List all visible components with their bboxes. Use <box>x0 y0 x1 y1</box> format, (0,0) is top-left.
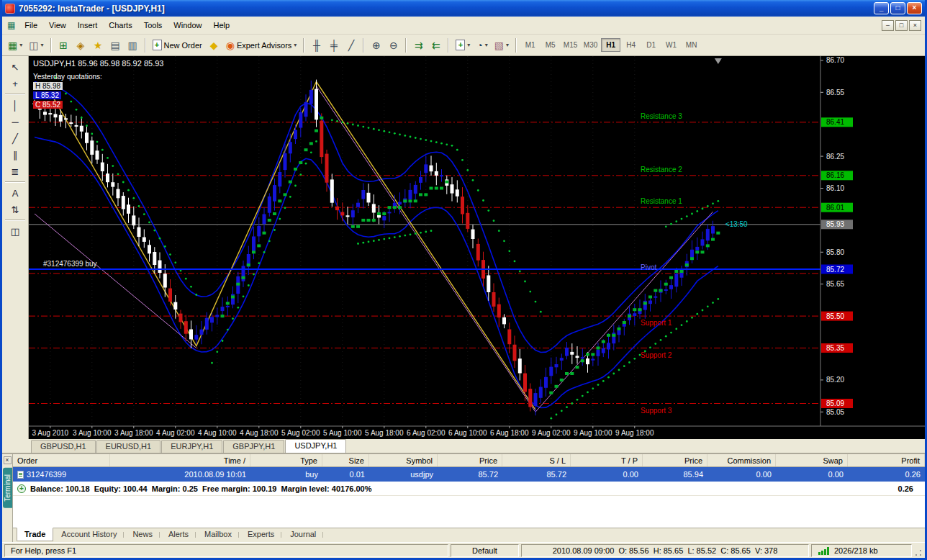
mdi-minimize-button[interactable]: – <box>882 20 894 31</box>
candlestick-button[interactable]: ╪ <box>325 37 342 54</box>
timeframe-h4-button[interactable]: H4 <box>621 38 641 52</box>
profiles-button[interactable]: ◫▾ <box>26 37 46 54</box>
menu-tools[interactable]: Tools <box>138 18 168 32</box>
chart-tab-gbpjpy-h1[interactable]: GBPJPY,H1 <box>223 440 284 453</box>
channel-tool[interactable]: ∥ <box>6 147 24 163</box>
chart-tab-eurjpy-h1[interactable]: EURJPY,H1 <box>161 440 222 453</box>
order-cell-3: 0.01 <box>322 467 369 482</box>
svg-text:Pivot: Pivot <box>641 263 656 271</box>
status-profile[interactable]: Default <box>451 544 519 557</box>
price-chart[interactable]: #312476399 buyResistance 3Resistance 2Re… <box>29 56 925 439</box>
timeframe-m30-button[interactable]: M30 <box>581 38 600 52</box>
column-header-profit[interactable]: Profit <box>848 454 925 466</box>
text-tool[interactable]: A <box>6 185 24 201</box>
column-header-price[interactable]: Price <box>643 454 707 466</box>
svg-text:4 Aug 02:00: 4 Aug 02:00 <box>156 429 195 437</box>
resize-grip[interactable] <box>914 548 923 557</box>
column-header-s-l[interactable]: S / L <box>502 454 571 466</box>
svg-text:Support 1: Support 1 <box>641 319 672 327</box>
menu-window[interactable]: Window <box>168 18 207 32</box>
menu-file[interactable]: File <box>19 18 43 32</box>
order-type-icon <box>17 471 24 479</box>
column-header-symbol[interactable]: Symbol <box>369 454 438 466</box>
svg-text:86.25: 86.25 <box>826 153 844 161</box>
terminal-tab-trade[interactable]: Trade <box>17 528 53 541</box>
mdi-close-button[interactable]: × <box>909 20 921 31</box>
terminal-tab-news[interactable]: News <box>125 528 160 541</box>
cursor-tool[interactable]: ↖ <box>6 59 24 75</box>
metaeditor-button[interactable]: ◆ <box>206 37 222 54</box>
menu-help[interactable]: Help <box>207 18 235 32</box>
templates-button[interactable]: ▧▾ <box>492 37 512 54</box>
svg-text:<13:50: <13:50 <box>725 220 748 228</box>
minimize-button[interactable]: _ <box>874 2 889 14</box>
data-window-button[interactable]: ▤ <box>107 37 124 54</box>
svg-text:Resistance 1: Resistance 1 <box>641 197 682 205</box>
periods-button[interactable]: ◔▾ <box>474 37 490 54</box>
mdi-restore-button[interactable]: □ <box>895 20 908 31</box>
column-header-order[interactable]: Order <box>13 454 110 466</box>
new-order-button[interactable]: +New Order <box>150 37 205 54</box>
terminal-empty-area <box>13 496 925 528</box>
order-cell-7: 0.00 <box>571 467 643 482</box>
timeframe-mn-button[interactable]: MN <box>682 38 701 52</box>
open-order-row[interactable]: 3124763992010.08.09 10:01buy0.01usdjpy85… <box>13 467 925 482</box>
maximize-button[interactable]: □ <box>890 2 905 14</box>
chart-tab-gbpusd-h1[interactable]: GBPUSD,H1 <box>31 440 96 453</box>
indicators-button[interactable]: +▾ <box>453 37 473 54</box>
terminal-tab-alerts[interactable]: Alerts <box>160 528 196 541</box>
chart-tab-usdjpy-h1[interactable]: USDJPY,H1 <box>285 439 346 453</box>
drawing-toolbar: ↖+│─╱∥≣A⇅◫ <box>2 56 29 439</box>
menu-insert[interactable]: Insert <box>72 18 104 32</box>
expert-advisors-button[interactable]: ◉Expert Advisors▾ <box>223 37 300 54</box>
new-chart-button[interactable]: ▦▾ <box>5 37 25 54</box>
svg-text:85.50: 85.50 <box>826 312 844 320</box>
column-header-price[interactable]: Price <box>438 454 502 466</box>
cycle-lines-tool[interactable]: ◫ <box>6 223 24 239</box>
column-header-swap[interactable]: Swap <box>776 454 848 466</box>
terminal-tab-experts[interactable]: Experts <box>240 528 282 541</box>
crosshair-tool[interactable]: + <box>6 76 24 91</box>
zoom-out-button[interactable]: ⊖ <box>385 37 402 54</box>
menu-charts[interactable]: Charts <box>103 18 137 32</box>
balance-row: + Balance: 100.18 Equity: 100.44 Margin:… <box>13 482 925 496</box>
timeframe-m1-button[interactable]: M1 <box>520 38 540 52</box>
line-chart-button[interactable]: ╱ <box>343 37 359 54</box>
bar-chart-button[interactable]: ╫ <box>308 37 325 54</box>
arrows-tool[interactable]: ⇅ <box>6 202 24 217</box>
fibonacci-tool[interactable]: ≣ <box>6 163 24 179</box>
terminal-panel-tab[interactable]: Terminal <box>3 468 12 508</box>
column-header-size[interactable]: Size <box>322 454 369 466</box>
zoom-in-button[interactable]: ⊕ <box>368 37 384 54</box>
column-header-commission[interactable]: Commission <box>707 454 776 466</box>
terminal-tab-mailbox[interactable]: Mailbox <box>196 528 240 541</box>
timeframe-w1-button[interactable]: W1 <box>661 38 681 52</box>
timeframe-m15-button[interactable]: M15 <box>561 38 580 52</box>
trendline-tool[interactable]: ╱ <box>6 130 24 146</box>
column-header-type[interactable]: Type <box>250 454 322 466</box>
svg-text:9 Aug 02:00: 9 Aug 02:00 <box>532 429 571 437</box>
timeframe-d1-button[interactable]: D1 <box>641 38 661 52</box>
terminal-tab-account-history[interactable]: Account History <box>53 528 125 541</box>
chart-tab-eurusd-h1[interactable]: EURUSD,H1 <box>96 440 161 453</box>
mdi-child-icon: ▦ <box>7 20 15 30</box>
column-header-t-p[interactable]: T / P <box>571 454 643 466</box>
favorites-button[interactable]: ★ <box>90 37 107 54</box>
terminal-panel: × Terminal OrderTime /TypeSizeSymbolPric… <box>2 453 925 542</box>
auto-scroll-button[interactable]: ⇉ <box>410 37 427 54</box>
menu-view[interactable]: View <box>43 18 72 32</box>
market-watch-button[interactable]: ⊞ <box>55 37 72 54</box>
terminal-close-button[interactable]: × <box>4 456 12 464</box>
horizontal-line-tool[interactable]: ─ <box>6 114 24 130</box>
chart-shift-button[interactable]: ⇇ <box>428 37 444 54</box>
terminal-toggle-button[interactable]: ▥ <box>125 37 141 54</box>
terminal-tab-journal[interactable]: Journal <box>282 528 324 541</box>
chart-canvas[interactable]: #312476399 buyResistance 3Resistance 2Re… <box>29 56 925 439</box>
timeframe-h1-button[interactable]: H1 <box>601 38 620 52</box>
svg-text:9 Aug 10:00: 9 Aug 10:00 <box>574 429 612 437</box>
timeframe-m5-button[interactable]: M5 <box>541 38 560 52</box>
column-header-time[interactable]: Time / <box>110 454 250 466</box>
close-button[interactable]: × <box>907 2 922 14</box>
vertical-line-tool[interactable]: │ <box>6 97 24 113</box>
navigator-button[interactable]: ◈ <box>73 37 89 54</box>
